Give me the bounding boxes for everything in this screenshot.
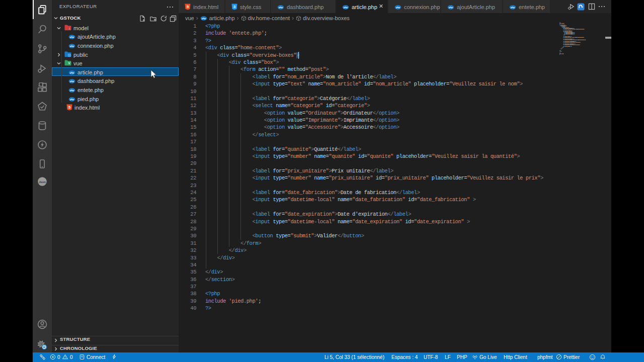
svg-text:php: php [449,6,453,9]
svg-text:php: php [70,98,74,101]
svg-text:php: php [396,6,400,9]
svg-text:php: php [70,36,74,39]
svg-text:3: 3 [233,5,236,9]
svg-text:5: 5 [68,105,71,110]
svg-text:5: 5 [187,5,189,9]
svg-text:php: php [70,89,74,92]
svg-text:php: php [344,6,348,9]
svg-text:php: php [70,71,74,74]
svg-text:Json: Json [39,180,46,184]
svg-text:php: php [511,6,515,9]
svg-text:php: php [279,6,283,9]
svg-text:php: php [70,80,74,83]
svg-text:php: php [70,45,74,47]
svg-text:php: php [202,17,206,20]
